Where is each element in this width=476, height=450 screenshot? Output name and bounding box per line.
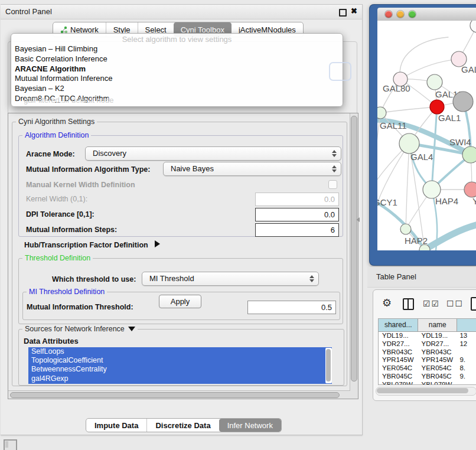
- table-cell: YBR043C: [418, 348, 457, 357]
- network-node-gal4[interactable]: [399, 133, 419, 154]
- hub-definition-toggle[interactable]: Hub/Transcription Factor Definition: [24, 240, 160, 249]
- dpi-tolerance-field[interactable]: 0.0: [255, 208, 339, 221]
- algorithm-option[interactable]: Basic Correlation Inference: [14, 54, 340, 64]
- combo-arrows-icon: [309, 272, 314, 285]
- network-node-swi4[interactable]: [462, 146, 476, 163]
- attribute-item[interactable]: SelfLoops: [28, 347, 332, 356]
- column-header[interactable]: [457, 319, 476, 331]
- list-scrollbar[interactable]: [325, 348, 332, 383]
- node-label: GAL11: [380, 120, 407, 131]
- algorithm-option[interactable]: Bayesian – Hill Climbing: [14, 44, 340, 54]
- table-cell: [456, 381, 476, 385]
- mi-type-combo[interactable]: Naive Bayes: [163, 162, 341, 176]
- table-cell: YBR043C: [379, 348, 418, 357]
- network-edge: [406, 144, 409, 229]
- sources-title: Sources for Network Inference: [25, 325, 125, 333]
- network-edge: [377, 144, 409, 221]
- minimized-panel-icon[interactable]: [4, 439, 17, 450]
- node-label: GAL80: [383, 83, 410, 93]
- table-cell: YDR27...: [418, 340, 457, 348]
- which-threshold-value: MI Threshold: [149, 274, 194, 283]
- table-row[interactable]: YBR045CYBR045C9.: [379, 373, 476, 381]
- threshold-definition-group: Threshold Definition Which threshold to …: [18, 258, 343, 324]
- algorithm-option[interactable]: Mutual Information Inference: [14, 74, 340, 84]
- settings-horizontal-scrollbar[interactable]: [8, 390, 350, 399]
- table-horizontal-scrollbar[interactable]: [376, 387, 476, 396]
- network-window-titlebar[interactable]: [377, 8, 476, 21]
- table-row[interactable]: YDL19...YDL19...13: [379, 332, 476, 340]
- table-toolbar: ⚙ ☑☑ ☐☐: [373, 290, 476, 318]
- table-cell: 13: [456, 332, 476, 340]
- ghost-combo-outline: [329, 62, 351, 81]
- network-node-gal11[interactable]: [377, 107, 386, 119]
- table-cell: YER054C: [418, 364, 457, 373]
- aracne-mode-combo[interactable]: Discovery: [85, 146, 341, 161]
- table-cell: YBR045C: [418, 373, 457, 381]
- float-window-icon[interactable]: [339, 9, 347, 17]
- network-node-gal10[interactable]: [427, 74, 442, 90]
- table-cell: YDL19...: [418, 332, 457, 340]
- mi-type-value: Naive Bayes: [171, 164, 214, 173]
- hub-definition-label: Hub/Transcription Factor Definition: [24, 241, 148, 249]
- mi-steps-label: Mutual Information Steps:: [26, 226, 117, 234]
- mi-type-label: Mutual Information Algorithm Type:: [26, 165, 150, 174]
- bottom-tab-impute-data[interactable]: Impute Data: [86, 419, 146, 432]
- table-panel-bar: Table Panel: [367, 267, 476, 288]
- table-cell: 9.: [456, 356, 476, 364]
- node-table[interactable]: shared...name YDL19...YDL19...13YDR27...…: [378, 318, 476, 385]
- table-row[interactable]: YER054CYER054C8.: [379, 364, 476, 373]
- network-node-y[interactable]: [464, 182, 476, 197]
- splitter-collapse-icon[interactable]: [356, 217, 360, 222]
- algorithm-option[interactable]: Bayesian – K2: [14, 84, 340, 94]
- data-attributes-list[interactable]: SelfLoopsTopologicalCoefficientBetweenne…: [28, 347, 332, 384]
- table-cell: YBR045C: [379, 373, 418, 381]
- zoom-traffic-icon[interactable]: [409, 11, 416, 18]
- attribute-item[interactable]: TopologicalCoefficient: [28, 356, 332, 365]
- table-body: YDL19...YDL19...13YDR27...YDR27...12YBR0…: [379, 332, 476, 385]
- chevron-right-icon: [155, 240, 160, 247]
- table-row[interactable]: YPR145WYPR145W9.: [379, 356, 476, 364]
- network-edge: [400, 37, 448, 79]
- network-node[interactable]: [453, 92, 473, 112]
- table-cell: YBL079W: [418, 381, 457, 385]
- minimize-traffic-icon[interactable]: [397, 11, 404, 18]
- bottom-tab-discretize-data[interactable]: Discretize Data: [146, 419, 219, 432]
- algorithm-option[interactable]: ARACNE Algorithm: [14, 64, 340, 74]
- algorithm-list: Bayesian – Hill ClimbingBasic Correlatio…: [14, 44, 340, 104]
- network-node[interactable]: [470, 21, 476, 32]
- checked-boxes-icon[interactable]: ☑☑: [423, 299, 440, 308]
- columns-icon[interactable]: [403, 298, 414, 310]
- table-row[interactable]: YBR043CYBR043C: [379, 348, 476, 357]
- table-cell: 9.: [456, 373, 476, 381]
- network-node-gal1[interactable]: [430, 100, 444, 114]
- mi-threshold-field[interactable]: 0.5: [247, 301, 336, 314]
- manual-kernel-checkbox[interactable]: [328, 180, 337, 189]
- sources-header[interactable]: Sources for Network Inference: [22, 325, 138, 333]
- which-threshold-combo[interactable]: MI Threshold: [142, 272, 319, 286]
- settings-vertical-scrollbar[interactable]: [350, 113, 358, 399]
- gear-icon[interactable]: ⚙: [382, 298, 392, 308]
- column-header[interactable]: name: [418, 319, 457, 331]
- mi-steps-field[interactable]: 6: [255, 223, 339, 237]
- network-combo-ghost-text: galFiltered.sif default node: [24, 96, 113, 105]
- table-row[interactable]: YBL079WYBL079W: [379, 381, 476, 385]
- network-edge: [425, 224, 476, 250]
- algorithm-prompt: Select algorithm to view settings: [11, 35, 343, 44]
- attribute-item[interactable]: gal4RGexp: [28, 374, 332, 383]
- table-cell: YPR145W: [379, 356, 418, 364]
- bottom-tab-infer-network[interactable]: Infer Network: [219, 419, 281, 432]
- close-icon[interactable]: ✖: [351, 6, 357, 15]
- network-canvas[interactable]: GALGAL80GAL10GAL1GAL11GAL4SWI4HAP4YGCY1H…: [377, 21, 476, 250]
- close-traffic-icon[interactable]: [385, 11, 392, 18]
- attribute-item[interactable]: BetweennessCentrality: [28, 365, 332, 374]
- which-threshold-label: Which threshold to use:: [52, 275, 136, 283]
- document-icon[interactable]: [471, 297, 476, 311]
- apply-button[interactable]: Apply: [159, 295, 201, 308]
- network-node-hap2[interactable]: [400, 224, 411, 234]
- table-row[interactable]: YDR27...YDR27...12: [379, 340, 476, 348]
- column-header[interactable]: shared...: [379, 319, 418, 331]
- kernel-width-field[interactable]: 0.0: [255, 193, 339, 206]
- node-label: Y: [472, 196, 476, 206]
- unchecked-boxes-icon[interactable]: ☐☐: [446, 299, 464, 308]
- table-cell: [456, 348, 476, 357]
